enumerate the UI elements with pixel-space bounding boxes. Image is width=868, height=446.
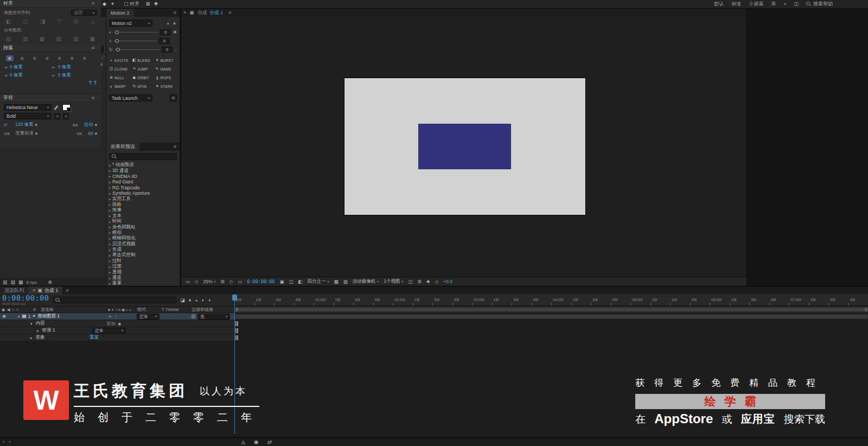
slider-value-1[interactable]: 0 bbox=[160, 29, 171, 35]
layer-parent-select[interactable]: 无 ▾ bbox=[197, 314, 230, 320]
distribute-vertical-center-icon[interactable]: ▥ bbox=[23, 36, 28, 42]
font-size-value[interactable]: 120 像素▾ bbox=[15, 122, 37, 128]
justify-last-right-icon[interactable]: ≡ bbox=[68, 55, 76, 61]
parent-pickwhip-icon[interactable]: @ bbox=[191, 314, 196, 319]
always-preview-icon[interactable]: ▭ bbox=[186, 279, 190, 284]
slider-track-2[interactable] bbox=[114, 38, 157, 44]
twirl-open-icon[interactable]: ▾ bbox=[30, 322, 33, 326]
motion-preset-select[interactable]: Motion v2 ▾ bbox=[109, 20, 152, 27]
align-right-icon[interactable]: ◨ bbox=[40, 19, 45, 24]
twirl-closed-icon[interactable]: ▸ bbox=[109, 231, 111, 234]
twirl-closed-icon[interactable]: ▸ bbox=[109, 259, 111, 263]
motion-button-stare[interactable]: ✦STARE bbox=[155, 83, 177, 90]
twirl-closed-icon[interactable]: ▸ bbox=[109, 186, 111, 189]
add-property-icon[interactable]: ◉ bbox=[118, 322, 121, 326]
text-align-left-icon[interactable]: ≡ bbox=[6, 55, 14, 61]
motion-button-clone[interactable]: ◫CLONE bbox=[109, 66, 131, 72]
show-snapshot-icon[interactable]: ◫ bbox=[289, 279, 293, 284]
fast-preview-icon[interactable]: ▦ bbox=[334, 279, 339, 284]
property-row-contents[interactable]: ▾ 内容 添加: ◉ bbox=[0, 320, 234, 327]
workspace-item[interactable]: 小屏幕 bbox=[749, 1, 763, 8]
quality-icon[interactable]: ∖ bbox=[114, 315, 117, 318]
faux-bold-button[interactable]: ≡ bbox=[54, 113, 60, 119]
resolution-menu[interactable]: 四分之一▾ bbox=[308, 278, 329, 285]
panel-menu-icon[interactable]: ≡ bbox=[62, 286, 72, 294]
bpc-label[interactable]: 8 bpc bbox=[27, 280, 37, 285]
kerning-value[interactable]: 度量标准▾ bbox=[15, 130, 37, 137]
work-area-bar[interactable] bbox=[235, 307, 868, 312]
collapse-icon[interactable]: ✦ bbox=[108, 315, 112, 318]
twirl-closed-icon[interactable]: ▸ bbox=[109, 163, 111, 167]
tab-composition[interactable]: 合成 合成 1 bbox=[195, 9, 226, 17]
distribute-right-icon[interactable]: ▩ bbox=[90, 36, 95, 42]
motion-button-warp[interactable]: ◐WARP bbox=[109, 83, 131, 90]
current-time-display[interactable]: 0:00:00:00 00000 (60.00 fps) bbox=[2, 295, 49, 305]
panel-menu-icon[interactable]: ≡ bbox=[88, 1, 98, 6]
icon-view-icon[interactable]: ▤ bbox=[11, 280, 16, 285]
mountain-large-icon[interactable]: ▲ bbox=[172, 21, 177, 26]
view-layout-icon[interactable]: ◫ bbox=[408, 279, 412, 284]
fill-color-swatch[interactable] bbox=[62, 104, 71, 111]
mode-column[interactable]: 模式 bbox=[136, 307, 160, 313]
viewer-stage[interactable] bbox=[181, 17, 746, 277]
motion-button-burst[interactable]: ✶BURST bbox=[155, 57, 177, 63]
align-bottom-icon[interactable]: ⊥ bbox=[90, 19, 95, 24]
effects-category[interactable]: ▸RG Trapcode bbox=[109, 185, 180, 190]
show-channel-icon[interactable]: ◧ bbox=[298, 279, 303, 284]
twirl-closed-icon[interactable]: ▸ bbox=[109, 237, 111, 240]
current-time-indicator-handle[interactable] bbox=[232, 295, 237, 301]
paragraph-header[interactable]: 段落 ≡ bbox=[0, 44, 101, 52]
twirl-closed-icon[interactable]: ▸ bbox=[109, 265, 111, 269]
library-item[interactable]: 库 bbox=[771, 1, 776, 8]
twirl-closed-icon[interactable]: ▸ bbox=[109, 220, 111, 224]
effects-search-input[interactable] bbox=[109, 153, 177, 160]
motion-button-name[interactable]: ✎NAME bbox=[155, 66, 177, 72]
character-header[interactable]: 字符 ≡ bbox=[0, 94, 101, 102]
align-left-icon[interactable]: ◧ bbox=[6, 19, 11, 24]
timeline-ruler[interactable]: 00f15f30f45f01:00f15f30f45f02:00f15f30f4… bbox=[234, 294, 868, 306]
layer-duration-bar[interactable] bbox=[235, 314, 868, 319]
puppet-tool-button[interactable]: ✶ bbox=[108, 2, 117, 7]
twirl-closed-icon[interactable]: ▸ bbox=[109, 225, 111, 229]
indent-right-margin-field[interactable]: ⇤0 像素 bbox=[52, 64, 97, 71]
twirl-closed-icon[interactable]: ▸ bbox=[109, 180, 111, 184]
twirl-open-icon[interactable]: ▾ bbox=[18, 315, 20, 318]
distribute-horizontal-center-icon[interactable]: ▨ bbox=[73, 36, 78, 42]
eyedropper-icon[interactable] bbox=[54, 105, 60, 111]
text-align-right-icon[interactable]: ≡ bbox=[31, 55, 39, 61]
space-before-paragraph-field[interactable]: ⇥0 像素 bbox=[4, 72, 49, 79]
transparency-grid-icon[interactable]: ▨ bbox=[343, 279, 348, 284]
trash-icon[interactable]: ⊗ bbox=[48, 280, 52, 285]
layer-track-1[interactable] bbox=[234, 313, 868, 320]
motion-button-excite[interactable]: +EXCITE bbox=[109, 57, 131, 63]
tab-render-queue[interactable]: 渲染队列 bbox=[0, 286, 28, 294]
close-icon[interactable]: × bbox=[181, 9, 188, 17]
twirl-closed-icon[interactable]: ▸ bbox=[109, 169, 111, 173]
workspace-item[interactable]: 标准 bbox=[731, 1, 741, 8]
frame-blending-icon[interactable]: ◐ bbox=[202, 298, 205, 303]
task-launch-select[interactable]: Task Launch ▾ bbox=[109, 94, 152, 101]
faux-italic-button[interactable]: ≡ bbox=[63, 113, 69, 119]
panel-menu-icon[interactable]: ≡ bbox=[170, 9, 180, 17]
layer-color-chip[interactable] bbox=[22, 314, 27, 318]
effects-category[interactable]: ▸3D 通道 bbox=[109, 168, 180, 173]
eye-icon[interactable]: ◉ bbox=[2, 314, 6, 318]
slider-a-icon[interactable]: ◐ bbox=[109, 30, 112, 35]
toggle-transfer-pane-icon[interactable]: ◉ bbox=[254, 439, 259, 445]
motion-button-rope[interactable]: §ROPE bbox=[155, 74, 177, 81]
rect-blend-mode-select[interactable]: 正常 ▾ bbox=[92, 328, 126, 334]
distribute-bottom-icon[interactable]: ▦ bbox=[40, 36, 44, 42]
draft-3d-icon[interactable]: ♦ bbox=[189, 298, 192, 303]
roto-brush-tool-button[interactable]: ◆ bbox=[100, 2, 108, 7]
twirl-closed-icon[interactable]: ▸ bbox=[109, 270, 111, 274]
tab-comp-1[interactable]: × ▣ 合成 1 bbox=[28, 286, 62, 294]
panel-menu-icon[interactable]: ≡ bbox=[88, 95, 98, 100]
twirl-closed-icon[interactable]: ▸ bbox=[109, 276, 111, 280]
twirl-closed-icon[interactable]: ▸ bbox=[109, 282, 111, 285]
property-row-rect[interactable]: ▸ 矩形 1 正常 ▾ bbox=[0, 327, 234, 334]
slider-c-icon[interactable]: ↻ bbox=[109, 48, 113, 52]
download-icon[interactable]: ↓ bbox=[175, 48, 177, 52]
font-family-select[interactable]: Helvetica Neue ▾ bbox=[4, 104, 52, 111]
preview-time[interactable]: 0:00:00:00 bbox=[247, 279, 275, 284]
anchor-icon[interactable]: ✚ bbox=[173, 30, 177, 35]
